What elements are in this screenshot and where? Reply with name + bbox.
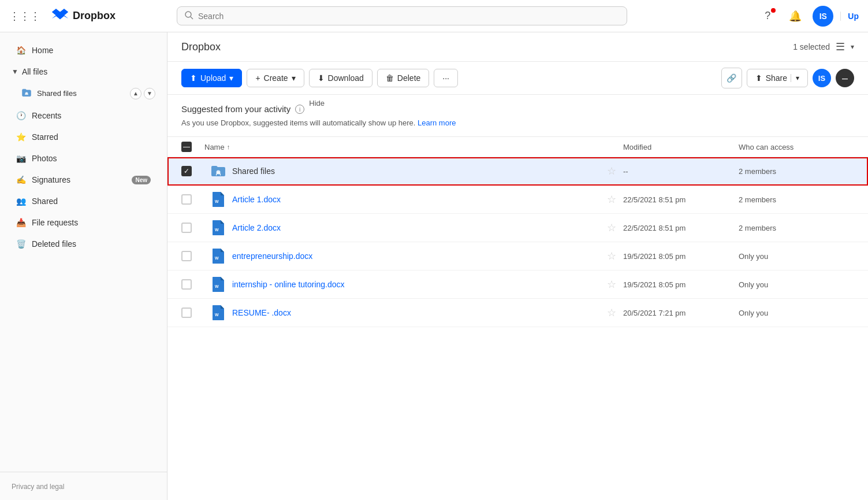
file-name-col: Article 2.docx (232, 223, 600, 232)
selection-info: 1 selected ☰ ▾ (793, 40, 854, 53)
sidebar-home-label: Home (32, 46, 151, 55)
sidebar-shared-files[interactable]: Shared files ▲ ▼ (0, 82, 167, 105)
file-table: — Name ↑ Modified Who can access ✓ Share… (167, 137, 868, 500)
row-checkbox[interactable] (181, 279, 192, 290)
link-icon: 🔗 (727, 73, 736, 83)
col-header-access[interactable]: Who can access (739, 143, 854, 151)
file-name-link[interactable]: Article 2.docx (232, 223, 281, 232)
table-row[interactable]: W Article 1.docx ☆ 22/5/2021 8:51 pm 2 m… (167, 186, 868, 214)
upload-button[interactable]: ⬆ Upload ▾ (181, 69, 242, 87)
svg-point-0 (185, 12, 191, 17)
star-button[interactable]: ☆ (600, 165, 623, 177)
star-button[interactable]: ☆ (600, 250, 623, 262)
star-button[interactable]: ☆ (600, 221, 623, 234)
privacy-link[interactable]: Privacy and legal (12, 483, 64, 491)
hide-button[interactable]: Hide (309, 99, 325, 108)
svg-text:W: W (215, 228, 219, 232)
sidebar-item-file-requests[interactable]: 📥 File requests (5, 212, 162, 233)
help-button[interactable]: ? (757, 6, 778, 27)
header-right: ? 🔔 IS Up (757, 6, 859, 27)
search-bar[interactable] (177, 6, 627, 25)
list-view-icon[interactable]: ☰ (836, 40, 845, 53)
row-checkbox[interactable] (181, 194, 192, 205)
row-checkbox[interactable] (181, 223, 192, 233)
col-header-modified[interactable]: Modified (623, 143, 739, 151)
sidebar-starred-label: Starred (32, 132, 151, 142)
select-all-checkbox[interactable]: — (181, 142, 192, 152)
sidebar: 🏠 Home ▼ All files Shared files ▲ (0, 32, 167, 500)
col-header-name[interactable]: Name ↑ (204, 143, 600, 151)
share-dropdown-chevron[interactable]: ▾ (791, 74, 799, 82)
sidebar-item-signatures[interactable]: ✍️ Signatures New (5, 169, 162, 190)
header-check-col: — (181, 142, 204, 152)
user-avatar[interactable]: IS (813, 6, 833, 27)
folder-shared-icon (21, 87, 32, 100)
scroll-down-btn[interactable]: ▼ (144, 88, 155, 99)
bell-icon: 🔔 (789, 10, 802, 23)
file-name-link[interactable]: entrepreneurship.docx (232, 251, 312, 261)
star-button[interactable]: ☆ (600, 193, 623, 206)
suggestion-text: As you use Dropbox, suggested items will… (181, 118, 854, 127)
sidebar-item-photos[interactable]: 📷 Photos (5, 148, 162, 169)
info-icon[interactable]: i (295, 105, 304, 114)
trash-icon: 🗑️ (16, 239, 26, 249)
more-button[interactable]: ··· (434, 69, 458, 87)
sidebar-all-files[interactable]: ▼ All files (0, 61, 167, 82)
file-rows: ✓ Shared files ☆ -- 2 members W Article … (167, 157, 868, 327)
signatures-badge: New (132, 176, 151, 184)
sidebar-item-deleted-files[interactable]: 🗑️ Deleted files (5, 234, 162, 254)
suggestion-title: Suggested from your activity i Hide (181, 104, 854, 114)
sidebar-item-home[interactable]: 🏠 Home (5, 40, 162, 61)
top-header: ⋮⋮⋮ Dropbox ? 🔔 IS Up (0, 0, 868, 32)
selected-count: 1 selected (793, 42, 830, 51)
scroll-up-btn[interactable]: ▲ (130, 88, 141, 99)
sidebar-item-recents[interactable]: 🕐 Recents (5, 105, 162, 126)
delete-button[interactable]: 🗑 Delete (377, 69, 429, 87)
file-name-col: Article 1.docx (232, 195, 600, 204)
table-row[interactable]: ✓ Shared files ☆ -- 2 members (167, 157, 868, 186)
table-row[interactable]: W Article 2.docx ☆ 22/5/2021 8:51 pm 2 m… (167, 214, 868, 242)
file-name-col: entrepreneurship.docx (232, 251, 600, 261)
sort-arrow: ↑ (227, 143, 230, 150)
chevron-down-icon[interactable]: ▾ (851, 43, 854, 51)
notifications-button[interactable]: 🔔 (785, 6, 806, 27)
star-button[interactable]: ☆ (600, 306, 623, 319)
file-name-col: RESUME- .docx (232, 308, 600, 317)
access-info: Only you (739, 280, 854, 289)
sidebar-file-requests-label: File requests (32, 218, 151, 227)
sidebar-nav: 🏠 Home ▼ All files Shared files ▲ (0, 32, 167, 472)
signatures-icon: ✍️ (16, 175, 26, 184)
link-icon-button[interactable]: 🔗 (721, 68, 742, 88)
table-row[interactable]: W RESUME- .docx ☆ 20/5/2021 7:21 pm Only… (167, 299, 868, 327)
star-button[interactable]: ☆ (600, 278, 623, 291)
file-name-link[interactable]: internship - online tutoring.docx (232, 280, 345, 289)
grid-icon[interactable]: ⋮⋮⋮ (9, 10, 40, 23)
upload-icon: ⬆ (190, 73, 197, 83)
row-check-col (181, 223, 204, 233)
share-button[interactable]: ⬆ Share ▾ (747, 69, 808, 87)
table-row[interactable]: W internship - online tutoring.docx ☆ 19… (167, 271, 868, 299)
search-input[interactable] (198, 12, 620, 21)
download-button[interactable]: ⬇ Download (309, 69, 372, 87)
download-icon: ⬇ (318, 73, 325, 83)
table-row[interactable]: W entrepreneurship.docx ☆ 19/5/2021 8:05… (167, 242, 868, 271)
toolbar: ⬆ Upload ▾ + Create ▾ ⬇ Download 🗑 Delet… (167, 62, 868, 95)
row-check-col (181, 251, 204, 261)
row-checkbox[interactable] (181, 251, 192, 261)
toolbar-avatar[interactable]: IS (813, 69, 831, 87)
create-button[interactable]: + Create ▾ (247, 69, 304, 87)
modified-date: 19/5/2021 8:05 pm (623, 280, 739, 289)
modified-date: 19/5/2021 8:05 pm (623, 252, 739, 261)
collapse-button[interactable]: – (836, 69, 854, 87)
row-checkbox[interactable]: ✓ (181, 166, 192, 176)
page-title: Dropbox (181, 41, 221, 53)
upgrade-button[interactable]: Up (840, 12, 859, 21)
file-name-link[interactable]: Article 1.docx (232, 195, 281, 204)
learn-more-link[interactable]: Learn more (418, 118, 456, 127)
row-checkbox[interactable] (181, 308, 192, 318)
sidebar-item-starred[interactable]: ⭐ Starred (5, 127, 162, 147)
file-name-link[interactable]: RESUME- .docx (232, 308, 291, 317)
access-info: 2 members (739, 224, 854, 232)
file-name-col: internship - online tutoring.docx (232, 280, 600, 289)
sidebar-item-shared[interactable]: 👥 Shared (5, 191, 162, 212)
